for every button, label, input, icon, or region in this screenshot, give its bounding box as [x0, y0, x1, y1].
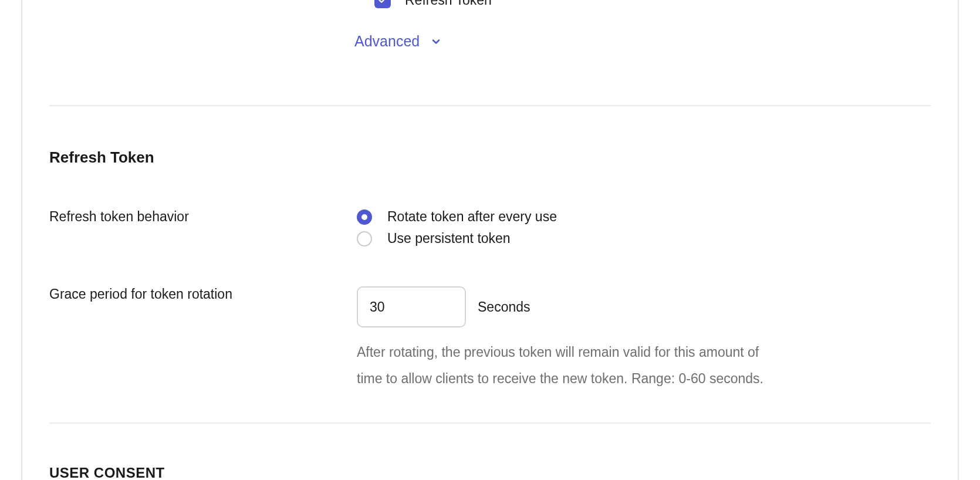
grace-period-input[interactable]: [357, 286, 466, 327]
refresh-token-behavior-label: Refresh token behavior: [49, 209, 357, 246]
refresh-token-section-title: Refresh Token: [49, 148, 931, 167]
radio-label-persistent: Use persistent token: [387, 231, 511, 246]
advanced-toggle[interactable]: Advanced: [354, 33, 931, 50]
checkmark-icon: [377, 0, 388, 5]
divider: [49, 105, 931, 106]
user-consent-section-title: USER CONSENT: [49, 465, 931, 480]
radio-input-rotate[interactable]: [357, 209, 372, 225]
grace-period-unit: Seconds: [478, 299, 530, 315]
grace-period-label: Grace period for token rotation: [49, 286, 357, 392]
grace-period-row: Grace period for token rotation Seconds …: [49, 286, 931, 392]
refresh-token-checkbox-label: Refresh Token: [405, 0, 492, 8]
chevron-down-icon: [430, 36, 442, 48]
refresh-token-checkbox-row[interactable]: Refresh Token: [374, 0, 931, 8]
grace-period-helper-text: After rotating, the previous token will …: [357, 339, 779, 392]
grace-period-input-row: Seconds: [357, 286, 931, 327]
settings-panel: Refresh Token Advanced Refresh Token Ref…: [21, 0, 959, 480]
radio-input-persistent[interactable]: [357, 231, 372, 246]
radio-label-rotate: Rotate token after every use: [387, 209, 557, 225]
advanced-label: Advanced: [354, 33, 420, 50]
divider: [49, 422, 931, 424]
refresh-token-behavior-radio-group: Rotate token after every use Use persist…: [357, 209, 931, 246]
radio-persistent-token[interactable]: Use persistent token: [357, 231, 931, 246]
refresh-token-checkbox[interactable]: [374, 0, 391, 8]
refresh-token-behavior-row: Refresh token behavior Rotate token afte…: [49, 209, 931, 246]
radio-rotate-token[interactable]: Rotate token after every use: [357, 209, 931, 225]
